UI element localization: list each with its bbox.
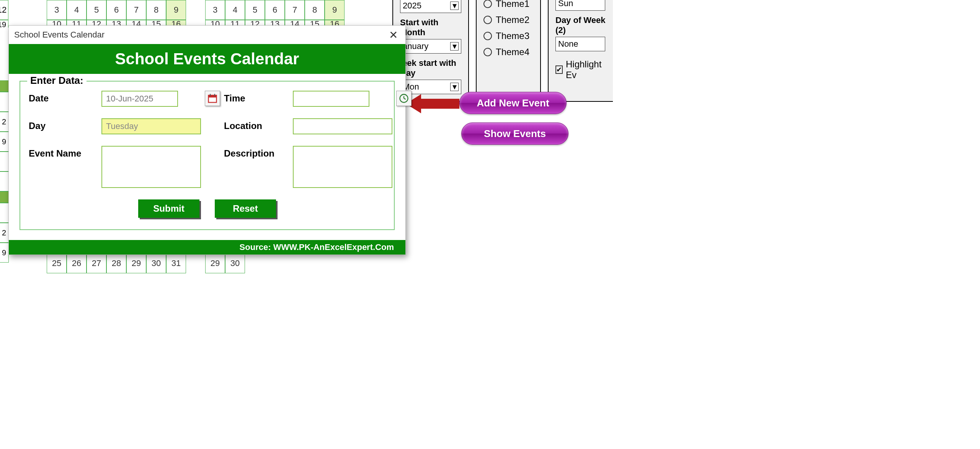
dialog-titlebar: School Events Calendar ✕ (9, 26, 405, 44)
radio-icon (483, 32, 492, 40)
calendar-cell: 12 (0, 0, 8, 20)
year-select[interactable]: 2025 ▾ (400, 0, 461, 13)
day-week2-label: Day of Week (2) (555, 15, 606, 35)
day-week1-select[interactable]: Sun (555, 0, 605, 11)
calendar-icon (207, 93, 218, 104)
day-week2-select[interactable]: None (555, 37, 605, 51)
side-strip: 9 (0, 243, 9, 263)
calendar-cell: 19 (0, 20, 8, 28)
theme-label: Theme1 (496, 0, 529, 9)
dialog-header: School Events Calendar (9, 44, 405, 74)
submit-button[interactable]: Submit (138, 199, 199, 218)
enter-data-fieldset: Enter Data: Date Time Day L (20, 81, 395, 230)
calendar-cell: 9 (325, 0, 345, 20)
date-input[interactable] (101, 91, 178, 107)
dialog-footer: Source: WWW.PK-AnExcelExpert.Com (9, 240, 405, 255)
time-picker-button[interactable] (396, 91, 412, 106)
description-input[interactable] (293, 146, 392, 188)
side-strip: 9 (0, 132, 9, 152)
side-strip: 2 (0, 112, 9, 132)
theme1-radio[interactable]: Theme1 (483, 0, 533, 9)
highlight-label: Highlight Ev (566, 59, 606, 80)
calendar-cell: 6 (106, 0, 126, 20)
add-new-event-label: Add New Event (477, 97, 549, 109)
calendar-cell: 4 (67, 0, 87, 20)
calendar-cell: 3 (205, 0, 225, 20)
side-strip (0, 80, 9, 92)
calendar-cell: 5 (245, 0, 265, 20)
calendar-cell: 26 (67, 253, 87, 273)
radio-icon (483, 16, 492, 24)
fieldset-legend: Enter Data: (27, 75, 87, 87)
description-label: Description (224, 146, 293, 159)
calendar-cell: 4 (225, 0, 245, 20)
radio-icon (483, 48, 492, 56)
day-week2-value: None (558, 39, 578, 49)
calendar-cell: 29 (205, 253, 225, 273)
start-month-label: Start with Month (400, 18, 461, 38)
date-picker-button[interactable] (205, 91, 220, 106)
time-input[interactable] (293, 91, 369, 107)
clock-icon (399, 93, 409, 104)
calendar-cell: 25 (47, 253, 67, 273)
dropdown-arrow-icon: ▾ (450, 42, 459, 51)
calendar-cell: 7 (126, 0, 146, 20)
calendar-cell: 8 (305, 0, 325, 20)
day-input[interactable] (101, 118, 201, 134)
theme2-radio[interactable]: Theme2 (483, 15, 533, 25)
day-config: Sun Day of Week (2) None ✔ Highlight Ev (548, 0, 613, 102)
location-input[interactable] (293, 118, 392, 134)
svg-line-6 (404, 98, 406, 99)
start-month-value: anuary (403, 41, 428, 51)
start-month-select[interactable]: anuary ▾ (400, 39, 461, 54)
calendar-cell: 29 (126, 253, 146, 273)
week-start-label: /eek start with Day (400, 58, 461, 78)
calendar-cell: 3 (47, 0, 67, 20)
school-events-dialog: School Events Calendar ✕ School Events C… (8, 25, 406, 255)
config-panel: 2025 ▾ Start with Month anuary ▾ /eek st… (392, 0, 613, 102)
calendar-cell: 7 (285, 0, 305, 20)
theme-label: Theme3 (496, 31, 529, 41)
calendar-cell: 5 (87, 0, 106, 20)
calendar-cell: 28 (106, 253, 126, 273)
checkbox-icon: ✔ (555, 65, 563, 74)
side-strip (0, 171, 9, 191)
reset-label: Reset (233, 203, 258, 214)
theme4-radio[interactable]: Theme4 (483, 47, 533, 57)
theme3-radio[interactable]: Theme3 (483, 31, 533, 41)
close-button[interactable]: ✕ (386, 28, 400, 42)
radio-icon (483, 0, 492, 8)
add-new-event-button[interactable]: Add New Event (459, 92, 567, 114)
theme-label: Theme4 (496, 47, 529, 57)
show-events-button[interactable]: Show Events (461, 122, 568, 145)
dialog-header-title: School Events Calendar (115, 50, 299, 68)
side-strip (0, 152, 9, 171)
theme-config: Theme1 Theme2 Theme3 Theme4 (476, 0, 541, 102)
time-label: Time (224, 91, 293, 104)
side-strip (0, 191, 9, 203)
calendar-cell: 30 (225, 253, 245, 273)
highlight-checkbox[interactable]: ✔ Highlight Ev (555, 59, 606, 80)
side-strip: 2 (0, 223, 9, 243)
day-label: Day (29, 118, 101, 131)
location-label: Location (224, 118, 293, 131)
close-icon: ✕ (389, 29, 398, 41)
dialog-window-title: School Events Calendar (14, 30, 105, 40)
calendar-cell: 30 (146, 253, 166, 273)
calendar-cell: 8 (146, 0, 166, 20)
event-name-label: Event Name (29, 146, 101, 159)
arrow-indicator-icon (406, 94, 459, 113)
svg-rect-1 (209, 95, 217, 98)
footer-source: Source: WWW.PK-AnExcelExpert.Com (240, 242, 394, 252)
day-week1-value: Sun (558, 0, 573, 8)
calendar-cell: 9 (166, 0, 186, 20)
date-label: Date (29, 91, 101, 104)
reset-button[interactable]: Reset (215, 199, 276, 218)
calendar-cell: 6 (265, 0, 285, 20)
side-strip (0, 203, 9, 223)
dropdown-arrow-icon: ▾ (450, 83, 459, 91)
submit-label: Submit (153, 203, 184, 214)
year-value: 2025 (403, 1, 421, 11)
event-name-input[interactable] (101, 146, 201, 188)
dropdown-arrow-icon: ▾ (450, 2, 459, 10)
